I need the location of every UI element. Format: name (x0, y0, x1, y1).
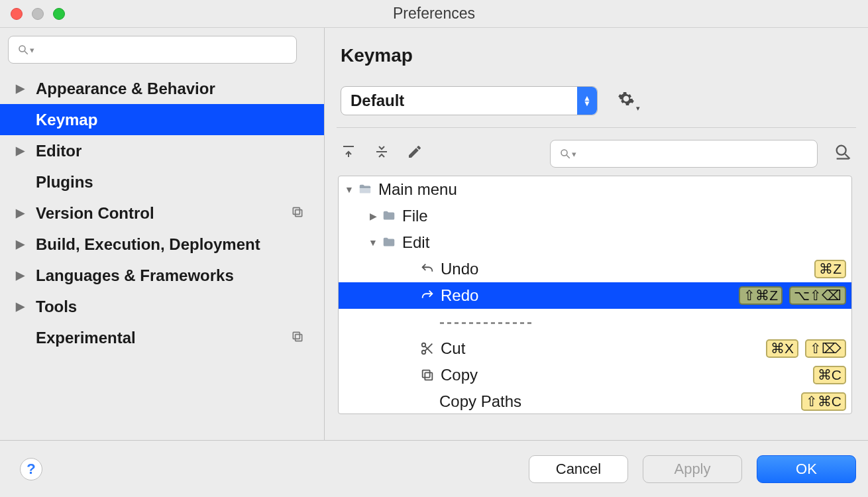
tree-label: File (402, 207, 428, 225)
chevron-right-icon: ▶ (16, 300, 28, 313)
svg-point-15 (422, 343, 426, 347)
tree-row-undo[interactable]: Undo ⌘Z (339, 256, 851, 282)
page-title: Keymap (341, 45, 856, 66)
chevron-right-icon: ▶ (16, 144, 28, 158)
tree-row-main-menu[interactable]: Main menu (339, 176, 851, 203)
sidebar-item-label: Editor (36, 142, 81, 160)
svg-line-10 (567, 155, 570, 158)
undo-icon (418, 262, 437, 276)
tree-row-file[interactable]: File (339, 203, 851, 229)
chevron-down-icon (366, 237, 380, 248)
search-icon (15, 42, 31, 58)
svg-rect-3 (293, 207, 299, 214)
sidebar-item-experimental[interactable]: ▶ Experimental (0, 322, 324, 353)
copy-icon (291, 204, 304, 223)
gear-icon (618, 90, 635, 107)
collapse-all-button[interactable] (374, 144, 390, 164)
shortcut-badge: ⌥⇧⌫ (789, 286, 846, 305)
tree-row-redo[interactable]: Redo ⇧⌘Z ⌥⇧⌫ (339, 282, 851, 309)
sidebar-item-label: Plugins (36, 173, 93, 192)
chevron-right-icon: ▶ (16, 206, 28, 220)
expand-all-icon (341, 144, 356, 160)
collapse-all-icon (374, 144, 390, 160)
sidebar-item-label: Experimental (36, 329, 136, 347)
svg-point-11 (837, 146, 846, 155)
window-title: Preferences (0, 5, 868, 23)
sidebar-item-label: Languages & Frameworks (36, 266, 234, 285)
shortcut-badge: ⇧⌘C (801, 392, 846, 411)
tree-row-copy[interactable]: Copy ⌘C (339, 362, 851, 388)
pencil-icon (407, 144, 423, 160)
folder-icon (356, 182, 374, 197)
tree-label: Copy Paths (439, 392, 521, 411)
sidebar-item-keymap[interactable]: ▶ Keymap (0, 104, 324, 135)
chevron-right-icon (366, 210, 380, 222)
shortcut-badge: ⇧⌦ (805, 339, 846, 358)
sidebar-search-input[interactable] (34, 41, 290, 58)
minimize-window-button[interactable] (32, 8, 44, 20)
sidebar-item-label: Tools (36, 298, 77, 316)
shortcut-badge: ⌘C (813, 366, 846, 384)
cancel-button[interactable]: Cancel (529, 455, 628, 483)
close-window-button[interactable] (11, 8, 23, 20)
tree-row-cut[interactable]: Cut ⌘X ⇧⌦ (339, 335, 851, 362)
sidebar-item-label: Keymap (36, 111, 97, 129)
sidebar: ▾ ▶ Appearance & Behavior ▶ Keymap ▶ Edi… (0, 28, 325, 440)
svg-line-1 (25, 51, 28, 54)
sidebar-item-tools[interactable]: ▶ Tools (0, 291, 324, 322)
svg-rect-19 (425, 372, 432, 380)
expand-all-button[interactable] (341, 144, 356, 164)
tree-label: Copy (441, 366, 478, 384)
tree-label: Undo (441, 260, 478, 278)
find-by-shortcut-button[interactable] (834, 142, 852, 165)
action-search-input[interactable] (576, 145, 810, 162)
copy-icon (418, 368, 437, 382)
scissors-icon (418, 341, 437, 356)
tree-row-separator: ------------- (339, 309, 851, 335)
button-label: OK (796, 461, 817, 478)
tree-label: Redo (441, 286, 478, 305)
svg-rect-14 (360, 188, 371, 193)
sidebar-item-plugins[interactable]: ▶ Plugins (0, 166, 324, 197)
tree-row-copy-paths[interactable]: Copy Paths ⇧⌘C (339, 388, 851, 414)
svg-rect-5 (293, 332, 299, 339)
sidebar-item-appearance-behavior[interactable]: ▶ Appearance & Behavior (0, 73, 324, 104)
sidebar-search[interactable]: ▾ (8, 36, 297, 64)
svg-point-9 (561, 150, 567, 156)
apply-button[interactable]: Apply (643, 455, 742, 483)
sidebar-item-label: Appearance & Behavior (36, 80, 215, 98)
scheme-actions-button[interactable]: ▾ (618, 90, 635, 111)
tree-label: Main menu (378, 180, 457, 199)
copy-icon (291, 329, 304, 347)
keymap-tree[interactable]: Main menu File Edit (338, 176, 852, 414)
keymap-scheme-select[interactable]: Default ▲▼ (341, 86, 598, 115)
chevron-down-icon: ▾ (636, 104, 640, 113)
sidebar-item-editor[interactable]: ▶ Editor (0, 135, 324, 166)
chevron-right-icon: ▶ (16, 237, 28, 251)
shortcut-badge: ⌘Z (814, 260, 846, 278)
tree-label: Cut (441, 339, 465, 358)
sidebar-item-build-execution-deployment[interactable]: ▶ Build, Execution, Deployment (0, 229, 324, 260)
chevron-down-icon: ▾ (572, 149, 576, 159)
action-search[interactable]: ▾ (550, 140, 818, 168)
svg-point-16 (422, 351, 426, 355)
help-button[interactable]: ? (20, 458, 42, 480)
chevron-right-icon: ▶ (16, 82, 28, 95)
titlebar: Preferences (0, 0, 868, 28)
shortcut-badge: ⇧⌘Z (739, 286, 783, 305)
main-pane: Keymap Default ▲▼ ▾ (325, 28, 868, 440)
edit-shortcut-button[interactable] (407, 144, 423, 164)
sidebar-item-version-control[interactable]: ▶ Version Control (0, 197, 324, 229)
window-controls (11, 8, 65, 20)
search-icon (557, 146, 573, 162)
svg-rect-4 (296, 334, 302, 341)
select-arrows-icon: ▲▼ (577, 87, 597, 115)
redo-icon (418, 288, 437, 303)
button-label: Apply (674, 461, 710, 478)
zoom-window-button[interactable] (53, 8, 65, 20)
folder-icon (380, 235, 398, 250)
ok-button[interactable]: OK (757, 455, 856, 483)
tree-row-edit[interactable]: Edit (339, 229, 851, 256)
button-label: Cancel (556, 461, 601, 478)
sidebar-item-languages-frameworks[interactable]: ▶ Languages & Frameworks (0, 260, 324, 291)
